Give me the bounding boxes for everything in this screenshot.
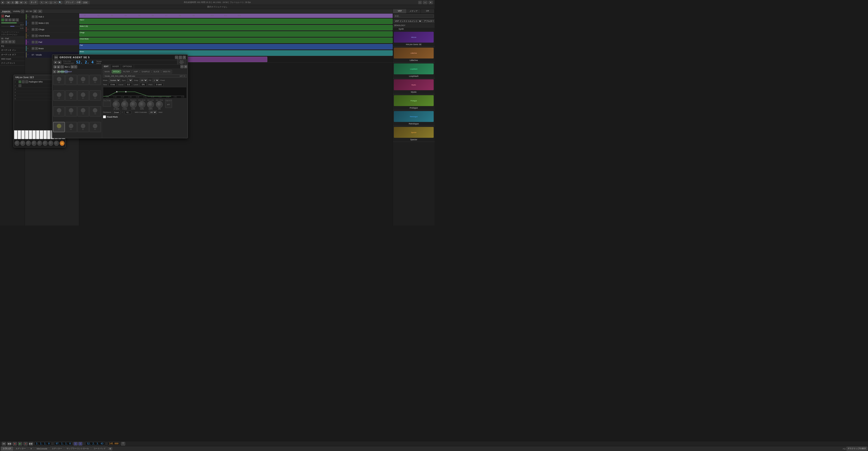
piano-white-key-3[interactable]: [25, 130, 28, 139]
ga-fixed-pitch-checkbox[interactable]: [103, 115, 106, 118]
ga-pad-6[interactable]: E4: [78, 90, 89, 101]
instrument-card-loopmash[interactable]: LoopMash LoopMash: [393, 62, 435, 78]
track-mute[interactable]: M: [32, 41, 34, 44]
loop-btn[interactable]: ⟲: [33, 10, 37, 13]
ga-pad-4[interactable]: C4: [53, 90, 65, 101]
ga-pad-10[interactable]: G3: [78, 106, 89, 116]
inspector-add-btn[interactable]: +: [21, 10, 24, 13]
piano-white-key-8[interactable]: [43, 130, 47, 139]
ga-prev-kit[interactable]: ◀: [54, 65, 57, 68]
ga-tab-mixer[interactable]: MIXER: [111, 64, 121, 69]
maximize-btn[interactable]: □: [418, 1, 422, 4]
instrument-card-retrologue[interactable]: Retrologue Retrologue: [393, 110, 435, 126]
vst-filter-select[interactable]: アフルター: [423, 19, 435, 23]
ga-sub-amp[interactable]: AMP: [132, 70, 140, 74]
close-btn[interactable]: ✕: [429, 1, 433, 4]
piano-white-key-1[interactable]: [18, 130, 21, 139]
piano-white-key-6[interactable]: [36, 130, 39, 139]
tab-media[interactable]: メディア: [407, 9, 421, 13]
track-solo[interactable]: S: [35, 47, 38, 50]
ga-pad-0[interactable]: C5: [53, 75, 65, 85]
halion-row-solo-1[interactable]: [25, 81, 28, 83]
ins-audio-in-label[interactable]: オーディオ イン: [1, 49, 24, 52]
instrument-card-prologue[interactable]: Prologue Prologue: [393, 94, 435, 110]
clip[interactable]: Wubs 2 (D): [79, 25, 393, 30]
tab-cr[interactable]: CR: [421, 9, 435, 13]
tab-inspector[interactable]: Inspector: [1, 10, 11, 13]
track-mute[interactable]: M: [32, 16, 34, 18]
instrument-card-halion[interactable]: HALion HALion Sonic SE: [393, 31, 435, 47]
btn-a[interactable]: A: [24, 1, 27, 4]
ga-list-view-btn[interactable]: ≡: [180, 65, 184, 68]
halion-knob-4[interactable]: [32, 141, 36, 146]
ga-sub-slice[interactable]: SLICE: [152, 70, 161, 74]
ga-maximize[interactable]: □: [179, 56, 182, 59]
record-btn[interactable]: ●: [1, 15, 4, 18]
ga-veltime-knob[interactable]: [156, 101, 163, 108]
ga-view-list[interactable]: ≡: [74, 65, 77, 68]
ga-play-btn[interactable]: ▶: [58, 61, 61, 64]
write-btn[interactable]: W: [5, 18, 8, 22]
track-mute[interactable]: M: [32, 34, 34, 37]
grid-label[interactable]: グリッド: [64, 0, 75, 4]
ga-midictr-select[interactable]: Off: [149, 111, 157, 114]
halion-knob-3[interactable]: [26, 141, 31, 146]
ga-keyrange-display[interactable]: [103, 101, 111, 107]
halion-knob-7[interactable]: [49, 141, 53, 146]
ga-pad-14[interactable]: E1: [78, 122, 89, 132]
halion-knob-2[interactable]: [20, 141, 25, 146]
ga-random-knob[interactable]: [130, 101, 137, 108]
halion-power-knob[interactable]: [60, 141, 64, 146]
category-zenology[interactable]: ZENOLOGY: [393, 24, 435, 27]
clip[interactable]: Pad: [79, 44, 393, 49]
track-solo[interactable]: S: [35, 41, 38, 44]
ins-midi-label[interactable]: MIDI Insert: [1, 58, 24, 60]
track-mute[interactable]: M: [32, 28, 34, 31]
ins-audio-out-label[interactable]: オーディオ オフ: [1, 53, 24, 56]
app-icon[interactable]: ●: [1, 1, 4, 4]
ga-time-value[interactable]: 0 ms: [108, 83, 117, 86]
track-solo[interactable]: S: [35, 22, 38, 25]
ga-next-kit[interactable]: ▶: [57, 65, 60, 68]
ga-pad-5[interactable]: D4: [65, 90, 77, 101]
ga-segments-display[interactable]: ATT: [165, 101, 172, 108]
sub-category-synth[interactable]: Synth: [395, 27, 435, 31]
ga-close[interactable]: ✕: [183, 56, 186, 59]
ga-sub-pitch[interactable]: PITCH: [112, 70, 121, 74]
ga-fill-select[interactable]: 2: [153, 79, 159, 82]
ga-pad-12[interactable]: C1: [53, 122, 65, 132]
ins-eq-label[interactable]: EQ: [1, 45, 24, 47]
tool-split[interactable]: ✂: [53, 1, 57, 4]
pad-w-btn[interactable]: W: [8, 40, 11, 43]
ga-sub-filter[interactable]: FILTER: [122, 70, 131, 74]
vst-category-select[interactable]: VST インストゥルメント: [394, 19, 422, 23]
halion-knob-6[interactable]: [43, 141, 48, 146]
btn-w[interactable]: W: [19, 1, 23, 4]
tool-erase[interactable]: ◻: [49, 1, 53, 4]
track-mute[interactable]: M: [32, 47, 34, 50]
ga-pad-1[interactable]: D5: [65, 75, 77, 85]
tab-vst[interactable]: VST: [393, 9, 407, 13]
ga-envelope-graph[interactable]: -3.000.100.200.300.000.100.200.300.400.5…: [103, 87, 187, 98]
monitor-btn[interactable]: M: [1, 18, 4, 22]
ga-sub-midifx[interactable]: MIDI FX: [161, 70, 172, 74]
ga-pad-2[interactable]: E5: [78, 75, 89, 85]
track-mute[interactable]: M: [32, 22, 34, 25]
ga-pitch-value[interactable]: 0 cent: [154, 83, 163, 86]
bar-label[interactable]: 小節: [75, 0, 82, 4]
ga-view-pads[interactable]: ⊞: [71, 65, 74, 68]
btn-s[interactable]: S: [11, 1, 14, 4]
halion-knob-5[interactable]: [37, 141, 42, 146]
ga-settings-btn[interactable]: ⚙: [184, 65, 187, 68]
instrument-card-spector[interactable]: Spector Spector: [393, 126, 435, 142]
tool-select[interactable]: ↖: [40, 1, 44, 4]
ga-sync-select[interactable]: [127, 79, 133, 82]
piano-white-key-4[interactable]: [29, 130, 32, 139]
tab-visibility[interactable]: Visibility: [12, 10, 21, 13]
quantize-label[interactable]: 1/16: [82, 1, 89, 4]
ga-pad-3[interactable]: F5: [89, 75, 101, 85]
ga-mode-select[interactable]: Sustain: [109, 79, 120, 82]
piano-white-key-7[interactable]: [40, 130, 43, 139]
punch-btn[interactable]: ⊙: [38, 10, 42, 13]
instrument-card-littleone[interactable]: LittleOne LittleOne: [393, 47, 435, 62]
